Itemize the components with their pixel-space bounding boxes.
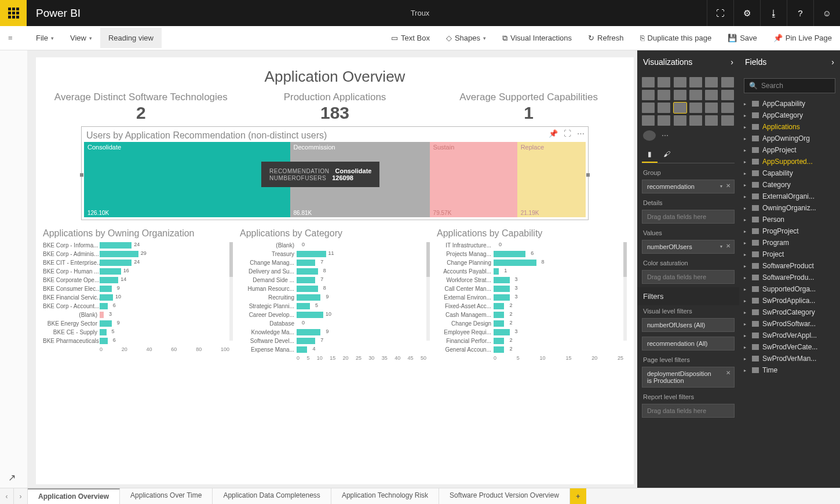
visual-interactions-button[interactable]: ⧉Visual Interactions (494, 28, 580, 49)
field-item[interactable]: ▸Applications (739, 121, 840, 133)
bar-row[interactable]: Change Design2 (437, 319, 627, 328)
download-icon[interactable]: ⭳ (760, 0, 787, 26)
viz-type-icon[interactable] (658, 103, 670, 113)
bar-row[interactable]: Demand Side ...7 (240, 276, 430, 284)
field-item[interactable]: ▸Capability (739, 167, 840, 179)
viz-type-icon[interactable] (705, 115, 718, 126)
more-viz-icon[interactable]: ⋯ (662, 132, 669, 140)
scrollbar[interactable] (623, 242, 627, 341)
viz-type-icon[interactable] (674, 103, 686, 113)
viz-type-icon[interactable] (689, 115, 702, 126)
page-tab[interactable]: Application Overview (28, 488, 120, 504)
bar-row[interactable]: (Blank)0 (240, 241, 430, 250)
viz-type-icon[interactable] (642, 90, 655, 100)
field-item[interactable]: ▸SoftwareProduct (739, 260, 840, 272)
page-tab[interactable]: Application Technology Risk (331, 488, 439, 504)
field-item[interactable]: ▸Category (739, 179, 840, 191)
viz-type-icon[interactable] (705, 103, 718, 113)
viz-type-icon[interactable] (658, 90, 670, 100)
tab-next[interactable]: › (14, 488, 28, 504)
reading-view-button[interactable]: Reading view (100, 28, 162, 48)
bar-row[interactable]: General Accoun...2 (437, 345, 627, 354)
treemap-visual[interactable]: 📌 ⛶ ⋯ Users by Application Recommendatio… (81, 126, 589, 220)
viz-type-icon[interactable] (705, 77, 718, 87)
field-item[interactable]: ▸SoftwareProdu... (739, 272, 840, 283)
viz-type-icon[interactable] (689, 90, 702, 100)
report-canvas[interactable]: Application Overview Average Distinct So… (36, 57, 634, 484)
viz-type-icon[interactable] (721, 90, 734, 100)
treemap-cell-consolidate[interactable]: Consolidate126.10K (84, 142, 290, 217)
bar-row[interactable]: BKE Corp - Human ...16 (43, 267, 233, 276)
saturation-well[interactable]: Drag data fields here (642, 270, 735, 284)
scrollbar[interactable] (426, 242, 430, 341)
more-options-icon[interactable]: ⋯ (577, 129, 585, 138)
page-tab[interactable]: Software Product Version Overview (439, 488, 570, 504)
viz-type-icon[interactable] (689, 77, 702, 87)
bar-row[interactable]: Treasury11 (240, 250, 430, 258)
group-well[interactable]: recommendation▾✕ (642, 180, 735, 193)
viz-type-icon[interactable] (705, 90, 718, 100)
focus-mode-icon[interactable]: ⛶ (707, 0, 733, 26)
field-item[interactable]: ▸SwProdApplica... (739, 295, 840, 306)
tab-prev[interactable]: ‹ (0, 488, 14, 504)
bar-row[interactable]: Expense Mana...4 (240, 345, 430, 354)
bar-row[interactable]: Strategic Planni...5 (240, 302, 430, 311)
collapse-icon[interactable]: › (731, 57, 733, 67)
nav-toggle-icon[interactable]: ≡ (8, 34, 13, 42)
settings-icon[interactable]: ⚙ (733, 0, 760, 26)
refresh-button[interactable]: ↻Refresh (580, 28, 632, 48)
remove-icon[interactable]: ✕ (726, 243, 731, 249)
field-item[interactable]: ▸ProgProject (739, 225, 840, 237)
page-filter-1[interactable]: deploymentDisposition✕is Production (642, 367, 735, 388)
viz-more-icon[interactable] (643, 130, 656, 141)
expand-icon[interactable]: ↗ (8, 472, 16, 483)
field-item[interactable]: ▸Time (739, 364, 840, 376)
duplicate-page-button[interactable]: ⎘Duplicate this page (632, 28, 720, 48)
save-button[interactable]: 💾Save (720, 28, 765, 48)
page-tab[interactable]: Applications Over Time (120, 488, 213, 504)
bar-row[interactable]: Delivery and Su...8 (240, 267, 430, 276)
scrollbar[interactable] (229, 242, 233, 341)
viz-type-icon[interactable] (642, 103, 655, 113)
bar-row[interactable]: BKE CIT - Enterprise...24 (43, 258, 233, 267)
remove-icon[interactable]: ✕ (726, 370, 731, 376)
viz-type-icon[interactable] (674, 90, 686, 100)
bar-row[interactable]: Human Resourc...8 (240, 284, 430, 293)
bar-row[interactable]: Projects Manag...6 (437, 250, 627, 258)
bar-row[interactable]: Career Develop...10 (240, 311, 430, 319)
bar-row[interactable]: Accounts Payabl...1 (437, 267, 627, 276)
viz-type-icon[interactable] (721, 115, 734, 126)
field-item[interactable]: ▸SwProdVerMan... (739, 353, 840, 364)
bar-row[interactable]: BKE Financial Servic...10 (43, 293, 233, 302)
collapse-icon[interactable]: › (831, 57, 834, 67)
field-item[interactable]: ▸SupportedOrga... (739, 283, 840, 295)
bar-row[interactable]: BKE Pharmaceuticals6 (43, 337, 233, 345)
field-item[interactable]: ▸AppCategory (739, 109, 840, 121)
bar-row[interactable]: Workforce Strat...3 (437, 276, 627, 284)
bar-row[interactable]: Change Planning8 (437, 258, 627, 267)
field-item[interactable]: ▸Project (739, 249, 840, 260)
page-tab[interactable]: Application Data Completeness (213, 488, 331, 504)
bar-row[interactable]: BKE Corp - Informa...24 (43, 241, 233, 250)
field-item[interactable]: ▸AppSupported... (739, 156, 840, 167)
format-tab[interactable]: 🖌 (658, 147, 676, 163)
viz-type-icon[interactable] (721, 77, 734, 87)
bar-row[interactable]: BKE Consumer Elec...9 (43, 284, 233, 293)
field-item[interactable]: ▸SwProdVerCate... (739, 341, 840, 353)
bar-row[interactable]: BKE CE - Supply5 (43, 328, 233, 337)
bar-row[interactable]: Change Manag...7 (240, 258, 430, 267)
treemap-cell-sustain[interactable]: Sustain79.57K (430, 142, 517, 217)
bar-row[interactable]: Knowledge Ma...9 (240, 328, 430, 337)
bar-row[interactable]: Software Devel...7 (240, 337, 430, 345)
fields-tab[interactable]: ▮ (642, 147, 658, 163)
viz-type-icon[interactable] (689, 103, 702, 113)
viz-type-icon[interactable] (642, 77, 655, 87)
bar-row[interactable]: BKE Corp - Adminis...29 (43, 250, 233, 258)
details-well[interactable]: Drag data fields here (642, 210, 735, 224)
shapes-button[interactable]: ◇Shapes▾ (438, 28, 494, 48)
viz-type-icon[interactable] (658, 77, 670, 87)
bar-row[interactable]: IT Infrastructure...0 (437, 241, 627, 250)
focus-visual-icon[interactable]: ⛶ (564, 129, 571, 138)
bar-row[interactable]: Cash Managem...2 (437, 311, 627, 319)
bar-row[interactable]: Employee Requi...3 (437, 328, 627, 337)
